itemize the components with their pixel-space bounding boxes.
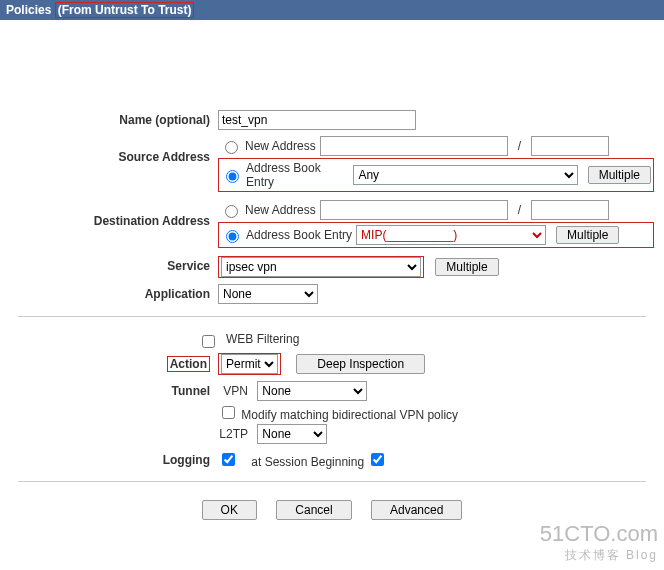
- name-label: Name (optional): [10, 110, 218, 127]
- application-label: Application: [10, 284, 218, 301]
- webfilter-label: WEB Filtering: [226, 329, 654, 346]
- modify-bidirectional-checkbox[interactable]: [222, 406, 235, 419]
- divider: [18, 316, 646, 317]
- watermark-sub: 技术博客 Blog: [540, 547, 658, 564]
- dst-book-radio[interactable]: [226, 230, 239, 243]
- dst-new-label: New Address: [245, 203, 316, 217]
- dst-multiple-button[interactable]: Multiple: [556, 226, 619, 244]
- dst-book-select[interactable]: MIP(__________): [356, 225, 546, 245]
- deep-inspection-button[interactable]: Deep Inspection: [296, 354, 425, 374]
- tunnel-label: Tunnel: [10, 381, 218, 398]
- src-book-radio[interactable]: [226, 170, 239, 183]
- ok-button[interactable]: OK: [202, 500, 257, 520]
- src-new-radio[interactable]: [225, 141, 238, 154]
- page-header: Policies (From Untrust To Trust): [0, 0, 664, 20]
- src-multiple-button[interactable]: Multiple: [588, 166, 651, 184]
- advanced-button[interactable]: Advanced: [371, 500, 462, 520]
- l2tp-select[interactable]: None: [257, 424, 327, 444]
- divider-2: [18, 481, 646, 482]
- header-title: Policies: [6, 3, 51, 17]
- dst-new-input[interactable]: [320, 200, 508, 220]
- service-label: Service: [10, 256, 218, 273]
- slash: /: [518, 139, 521, 153]
- webfilter-checkbox[interactable]: [202, 335, 215, 348]
- application-select[interactable]: None: [218, 284, 318, 304]
- src-book-select[interactable]: Any: [353, 165, 577, 185]
- logging-checkbox[interactable]: [222, 453, 235, 466]
- name-input[interactable]: [218, 110, 416, 130]
- cancel-button[interactable]: Cancel: [276, 500, 351, 520]
- modify-bidirectional-label: Modify matching bidirectional VPN policy: [241, 408, 458, 422]
- slash: /: [518, 203, 521, 217]
- src-new-input[interactable]: [320, 136, 508, 156]
- logging-label: Logging: [10, 450, 218, 467]
- action-label: Action: [167, 356, 210, 372]
- dst-new-radio[interactable]: [225, 205, 238, 218]
- action-select[interactable]: Permit: [221, 354, 278, 374]
- session-beginning-label: at Session Beginning: [251, 455, 364, 469]
- vpn-sublabel: VPN: [218, 384, 254, 398]
- src-new-label: New Address: [245, 139, 316, 153]
- service-multiple-button[interactable]: Multiple: [435, 258, 498, 276]
- session-beginning-checkbox[interactable]: [371, 453, 384, 466]
- src-book-label: Address Book Entry: [246, 161, 349, 189]
- dst-mask-input[interactable]: [531, 200, 609, 220]
- header-subtitle: (From Untrust To Trust): [55, 2, 195, 18]
- dst-label: Destination Address: [10, 200, 218, 228]
- service-select[interactable]: ipsec vpn: [221, 257, 421, 277]
- dst-book-label: Address Book Entry: [246, 228, 352, 242]
- src-label: Source Address: [10, 136, 218, 164]
- l2tp-sublabel: L2TP: [218, 427, 254, 441]
- vpn-select[interactable]: None: [257, 381, 367, 401]
- src-mask-input[interactable]: [531, 136, 609, 156]
